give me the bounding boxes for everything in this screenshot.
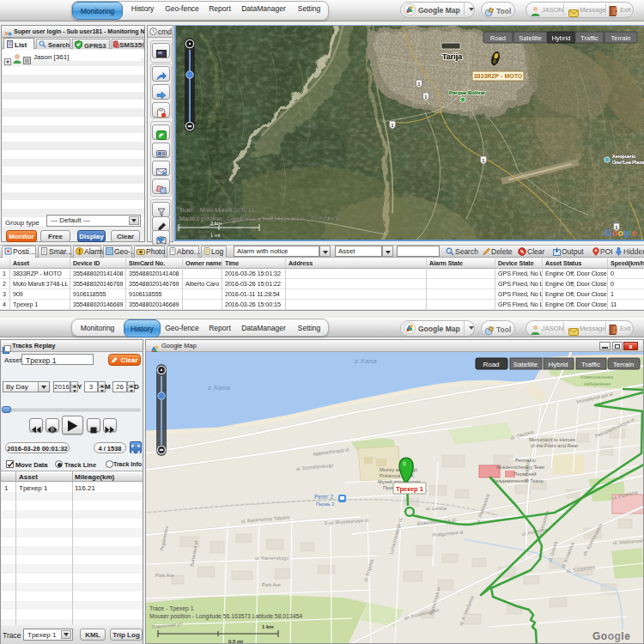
svg-text:Пермь 2: Пермь 2: [316, 501, 334, 507]
svg-text:Terrain: Terrain: [613, 361, 634, 368]
svg-text:ul. Kamenskogo: ul. Kamenskogo: [255, 556, 289, 561]
svg-text:Коммунальная: Коммунальная: [580, 374, 613, 380]
svg-text:г. Kama: г. Kama: [208, 385, 230, 391]
svg-text:Satellite: Satellite: [513, 361, 538, 368]
svg-text:of the Front and Rear: of the Front and Rear: [531, 443, 578, 448]
svg-text:Akademicheskiy Teatr: Akademicheskiy Teatr: [496, 465, 544, 470]
svg-text:Road: Road: [490, 34, 506, 42]
svg-text:Park Ave: Park Ave: [262, 582, 281, 587]
svg-text:Aeropuerto: Aeropuerto: [612, 154, 635, 159]
svg-text:Tarija: Tarija: [442, 52, 463, 61]
svg-text:Terrain: Terrain: [611, 34, 631, 42]
svg-text:Park Ave: Park Ave: [155, 573, 174, 578]
svg-text:Hybrid: Hybrid: [548, 361, 568, 368]
svg-text:3833RZP - MOTO: 3833RZP - MOTO: [474, 73, 523, 79]
svg-text:Mouser position - Longitude -6: Mouser position - Longitude -64.729069 l…: [179, 216, 339, 222]
svg-text:Road: Road: [483, 361, 499, 368]
svg-text:ul. Lenina: ul. Lenina: [426, 506, 447, 511]
svg-text:Traffic: Traffic: [581, 361, 600, 368]
svg-text:e: e: [632, 228, 637, 238]
svg-text:набережная: набережная: [584, 381, 611, 386]
svg-text:Oriel'Lea Plaza: Oriel'Lea Plaza: [612, 160, 644, 165]
svg-text:Трекер 1: Трекер 1: [396, 485, 423, 493]
svg-text:Hybrid: Hybrid: [552, 34, 571, 42]
svg-text:Google: Google: [592, 630, 630, 642]
svg-text:г. Kama: г. Kama: [355, 358, 377, 364]
svg-text:0.5 mi: 0.5 mi: [228, 639, 243, 643]
svg-text:G: G: [605, 228, 612, 238]
svg-text:Traffic: Traffic: [580, 34, 598, 42]
svg-text:Академический Театр: Академический Театр: [493, 478, 544, 483]
svg-text:1 mi: 1 mi: [210, 233, 220, 238]
svg-text:Satellite: Satellite: [519, 34, 542, 42]
svg-text:1 km: 1 km: [262, 624, 274, 629]
svg-text:Пермский: Пермский: [513, 471, 537, 477]
svg-text:Mouser position - Longitude 56: Mouser position - Longitude 56.163573 La…: [149, 613, 302, 620]
svg-text:Trace - Тpexep 1: Trace - Тpexep 1: [149, 605, 194, 612]
svg-text:Monument to Heroes: Monument to Heroes: [529, 437, 575, 442]
svg-text:Trace - Moto Maruti 3748-LL: Trace - Moto Maruti 3748-LL: [179, 207, 256, 213]
svg-text:Perm' 2: Perm' 2: [314, 494, 334, 500]
svg-text:Parque Bolívar: Parque Bolívar: [449, 90, 486, 95]
svg-text:Permskiy: Permskiy: [515, 458, 536, 463]
svg-text:2 km: 2 km: [210, 221, 222, 226]
